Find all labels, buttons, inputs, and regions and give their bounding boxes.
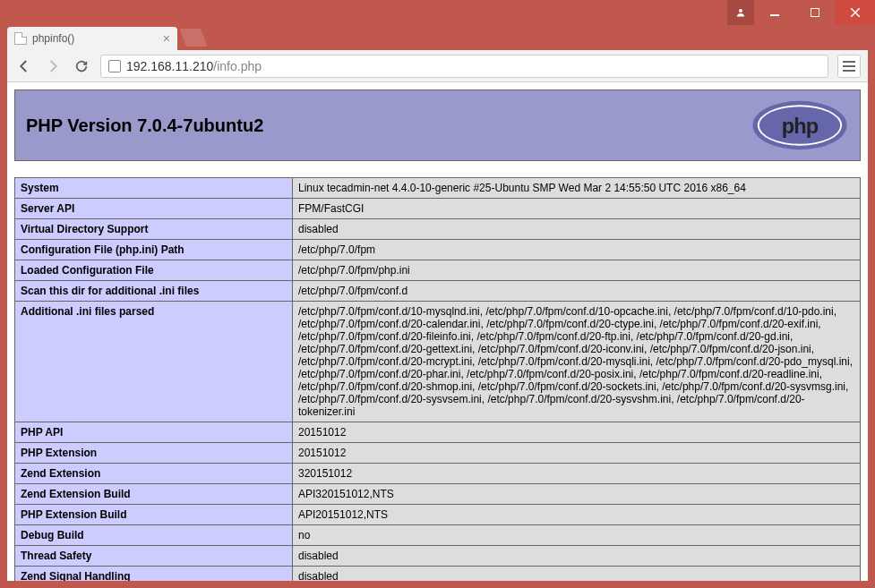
config-key: Zend Extension [15,464,293,484]
config-value: FPM/FastCGI [293,199,861,219]
config-key: PHP Extension Build [15,505,293,525]
hamburger-icon [843,61,855,63]
svg-rect-1 [770,14,779,16]
table-row: Server APIFPM/FastCGI [15,199,861,219]
url-text: 192.168.11.210/info.php [126,59,262,73]
url-input[interactable]: 192.168.11.210/info.php [100,55,828,78]
config-value: /etc/php/7.0/fpm/conf.d [293,281,861,302]
table-row: Scan this dir for additional .ini files/… [15,281,861,302]
minimize-button[interactable] [754,0,794,25]
config-value: 20151012 [293,443,861,464]
table-row: Additional .ini files parsed/etc/php/7.0… [15,302,861,422]
user-button[interactable] [727,0,754,25]
table-row: SystemLinux tecadmin-net 4.4.0-10-generi… [15,178,861,199]
config-value: no [293,525,861,546]
tab-close-button[interactable]: × [163,31,170,46]
close-button[interactable] [835,0,875,25]
config-value: 320151012 [293,464,861,484]
window-titlebar [0,0,875,25]
config-value: 20151012 [293,422,861,443]
config-key: Loaded Configuration File [15,260,293,281]
svg-text:php: php [782,115,819,138]
config-key: PHP Extension [15,443,293,464]
arrow-left-icon [16,58,32,74]
maximize-icon [811,8,819,17]
table-row: Zend Extension320151012 [15,464,861,484]
config-value: API20151012,NTS [293,505,861,525]
reload-button[interactable] [72,56,91,76]
table-row: Thread Safetydisabled [15,546,861,567]
config-value: Linux tecadmin-net 4.4.0-10-generic #25-… [293,178,861,199]
config-key: Zend Signal Handling [15,567,293,582]
config-value: disabled [293,219,861,240]
svg-rect-2 [811,8,819,17]
page-viewport: PHP Version 7.0.4-7ubuntu2 php SystemLin… [7,82,868,581]
table-row: PHP Extension BuildAPI20151012,NTS [15,505,861,525]
new-tab-button[interactable] [179,29,207,47]
svg-point-0 [739,9,742,13]
config-key: Virtual Directory Support [15,219,293,240]
config-key: Thread Safety [15,546,293,567]
minimize-icon [770,8,779,17]
config-value: API320151012,NTS [293,484,861,505]
table-row: Zend Signal Handlingdisabled [15,567,861,582]
config-value: disabled [293,567,861,582]
config-key: Additional .ini files parsed [15,302,293,422]
table-row: Configuration File (php.ini) Path/etc/ph… [15,240,861,260]
table-row: Virtual Directory Supportdisabled [15,219,861,240]
reload-icon [74,59,89,73]
config-value: disabled [293,546,861,567]
config-value: /etc/php/7.0/fpm/conf.d/10-mysqlnd.ini, … [293,302,861,422]
maximize-button[interactable] [794,0,835,25]
phpinfo-header: PHP Version 7.0.4-7ubuntu2 php [14,89,861,161]
page-title: PHP Version 7.0.4-7ubuntu2 [26,115,263,136]
table-row: PHP Extension20151012 [15,443,861,464]
site-info-icon[interactable] [108,60,121,72]
config-key: Zend Extension Build [15,484,293,505]
config-value: /etc/php/7.0/fpm/php.ini [293,260,861,281]
back-button[interactable] [14,56,34,76]
table-row: Debug Buildno [15,525,861,546]
config-key: System [15,178,293,199]
user-icon [735,7,746,18]
table-row: Zend Extension BuildAPI320151012,NTS [15,484,861,505]
tab-strip: phpinfo() × [0,25,875,50]
php-logo-icon: php [751,99,849,151]
config-key: Debug Build [15,525,293,546]
close-icon [851,8,860,17]
config-key: Scan this dir for additional .ini files [15,281,293,302]
page-icon [14,32,27,45]
phpinfo-page: PHP Version 7.0.4-7ubuntu2 php SystemLin… [7,82,868,581]
config-key: PHP API [15,422,293,443]
forward-button[interactable] [43,56,63,76]
menu-button[interactable] [837,55,861,78]
tab-title: phpinfo() [32,32,158,45]
url-path: /info.php [213,59,262,73]
config-key: Configuration File (php.ini) Path [15,240,293,260]
config-value: /etc/php/7.0/fpm [293,240,861,260]
config-key: Server API [15,199,293,219]
url-host: 192.168.11.210 [126,59,213,73]
table-row: PHP API20151012 [15,422,861,443]
arrow-right-icon [45,58,61,74]
phpinfo-table: SystemLinux tecadmin-net 4.4.0-10-generi… [14,177,861,581]
table-row: Loaded Configuration File/etc/php/7.0/fp… [15,260,861,281]
address-bar: 192.168.11.210/info.php [7,50,868,82]
browser-tab[interactable]: phpinfo() × [7,27,177,50]
